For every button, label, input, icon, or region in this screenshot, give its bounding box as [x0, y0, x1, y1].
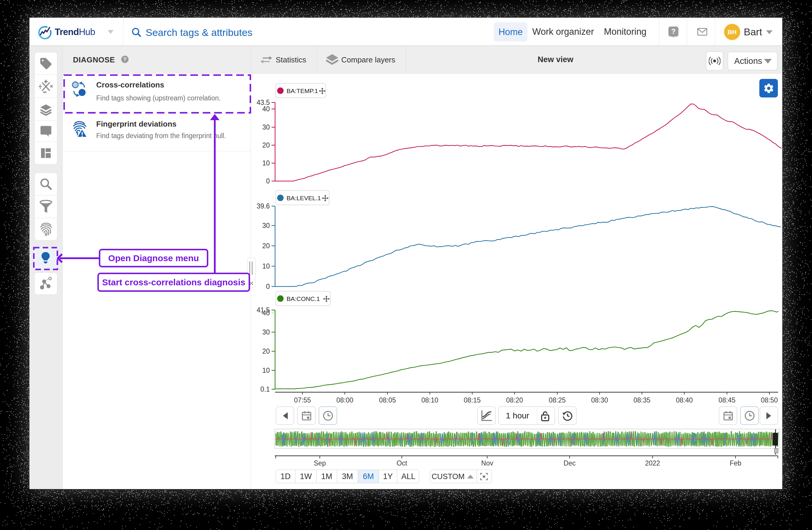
svg-text:Feb: Feb: [730, 459, 741, 467]
svg-text:08:00: 08:00: [336, 396, 353, 404]
svg-text:0.1: 0.1: [260, 386, 270, 393]
svg-text:Nov: Nov: [481, 459, 493, 467]
svg-text:30: 30: [262, 328, 270, 336]
svg-text:30: 30: [262, 123, 270, 131]
svg-text:20: 20: [262, 242, 270, 250]
svg-text:08:20: 08:20: [506, 396, 523, 404]
svg-text:0: 0: [266, 177, 270, 185]
svg-text:39.6: 39.6: [257, 202, 270, 210]
svg-text:08:15: 08:15: [464, 396, 481, 404]
svg-text:2022: 2022: [645, 459, 660, 467]
svg-text:07:55: 07:55: [294, 396, 311, 404]
svg-text:Oct: Oct: [396, 459, 407, 467]
svg-text:08:25: 08:25: [549, 396, 566, 404]
svg-text:Sep: Sep: [314, 459, 326, 467]
svg-text:10: 10: [262, 262, 270, 270]
svg-text:Dec: Dec: [564, 459, 576, 467]
svg-text:0: 0: [266, 283, 270, 290]
svg-text:08:45: 08:45: [719, 396, 736, 404]
svg-text:08:40: 08:40: [676, 396, 693, 404]
svg-text:10: 10: [262, 366, 270, 374]
svg-text:20: 20: [262, 347, 270, 355]
svg-text:08:50: 08:50: [761, 396, 778, 404]
svg-text:08:05: 08:05: [379, 396, 396, 404]
svg-text:08:30: 08:30: [591, 396, 608, 404]
svg-text:10: 10: [262, 159, 270, 167]
svg-text:20: 20: [262, 141, 270, 149]
svg-text:40: 40: [262, 309, 270, 317]
svg-text:40: 40: [262, 105, 270, 113]
svg-text:30: 30: [262, 222, 270, 229]
svg-text:08:10: 08:10: [421, 396, 438, 404]
svg-text:08:35: 08:35: [634, 396, 651, 404]
